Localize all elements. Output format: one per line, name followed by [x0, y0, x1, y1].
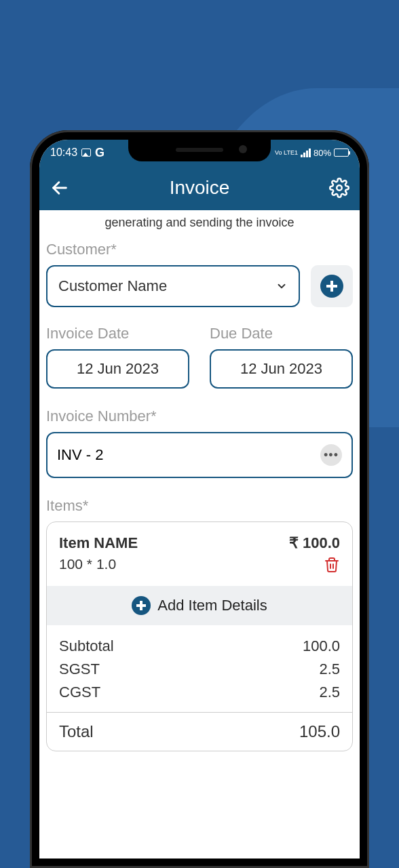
notch: [128, 140, 271, 161]
signal-icon: [301, 149, 311, 157]
settings-button[interactable]: [328, 177, 350, 199]
battery-icon: [334, 149, 349, 157]
trash-icon: [324, 556, 340, 574]
invoice-date-input[interactable]: 12 Jun 2023: [46, 349, 189, 389]
total-value: 105.0: [299, 722, 340, 741]
content: generating and sending the invoice Custo…: [39, 210, 360, 751]
customer-label: Customer*: [46, 241, 353, 258]
invoice-number-options-button[interactable]: •••: [320, 444, 342, 466]
customer-select[interactable]: Customer Name: [46, 265, 300, 307]
network-indicator: Vo LTE1: [275, 150, 298, 156]
delete-item-button[interactable]: [324, 556, 340, 576]
items-label: Items*: [46, 497, 353, 515]
total-label: Total: [59, 722, 94, 741]
g-indicator: G: [95, 146, 104, 160]
plus-icon: [320, 275, 343, 298]
picture-icon: [81, 149, 91, 157]
due-date-value: 12 Jun 2023: [240, 360, 322, 378]
sgst-value: 2.5: [319, 660, 340, 678]
items-card: Item NAME 100 * 1.0 ₹ 100.0 Add Item Det…: [46, 521, 353, 751]
totals-section: Subtotal 100.0 SGST 2.5 CGST 2.5: [47, 625, 352, 712]
cgst-label: CGST: [59, 684, 100, 701]
invoice-number-field-wrapper: •••: [46, 432, 353, 478]
status-time: 10:43: [50, 146, 77, 159]
invoice-number-label: Invoice Number*: [46, 408, 353, 425]
invoice-date-value: 12 Jun 2023: [77, 360, 159, 378]
svg-point-1: [337, 185, 342, 191]
due-date-label: Due Date: [210, 325, 353, 342]
add-item-details-button[interactable]: Add Item Details: [47, 586, 352, 625]
item-price: ₹ 100.0: [289, 534, 340, 552]
add-item-details-label: Add Item Details: [157, 597, 267, 614]
hint-text: generating and sending the invoice: [46, 216, 353, 230]
page-title: Invoice: [170, 177, 230, 199]
due-date-input[interactable]: 12 Jun 2023: [210, 349, 353, 389]
invoice-date-label: Invoice Date: [46, 325, 189, 342]
back-button[interactable]: [49, 177, 71, 199]
customer-select-text: Customer Name: [58, 277, 167, 295]
chevron-down-icon: [276, 280, 288, 292]
arrow-left-icon: [50, 178, 69, 197]
item-row: Item NAME 100 * 1.0 ₹ 100.0: [47, 522, 352, 586]
add-customer-button[interactable]: [311, 265, 353, 307]
subtotal-label: Subtotal: [59, 637, 114, 655]
screen: 10:43 G Vo LTE1 80% Invoice generating a…: [39, 140, 360, 859]
total-row: Total 105.0: [47, 713, 352, 751]
cgst-value: 2.5: [319, 684, 340, 701]
app-title-bar: Invoice: [39, 165, 360, 210]
battery-pct: 80%: [314, 148, 331, 158]
plus-icon: [132, 596, 151, 615]
item-qty: 100 * 1.0: [59, 556, 138, 572]
dots-icon: •••: [324, 449, 339, 461]
item-name: Item NAME: [59, 534, 138, 552]
subtotal-value: 100.0: [303, 637, 340, 655]
gear-icon: [329, 178, 349, 198]
invoice-number-input[interactable]: [57, 446, 320, 464]
sgst-label: SGST: [59, 660, 100, 678]
phone-frame: 10:43 G Vo LTE1 80% Invoice generating a…: [30, 130, 369, 868]
